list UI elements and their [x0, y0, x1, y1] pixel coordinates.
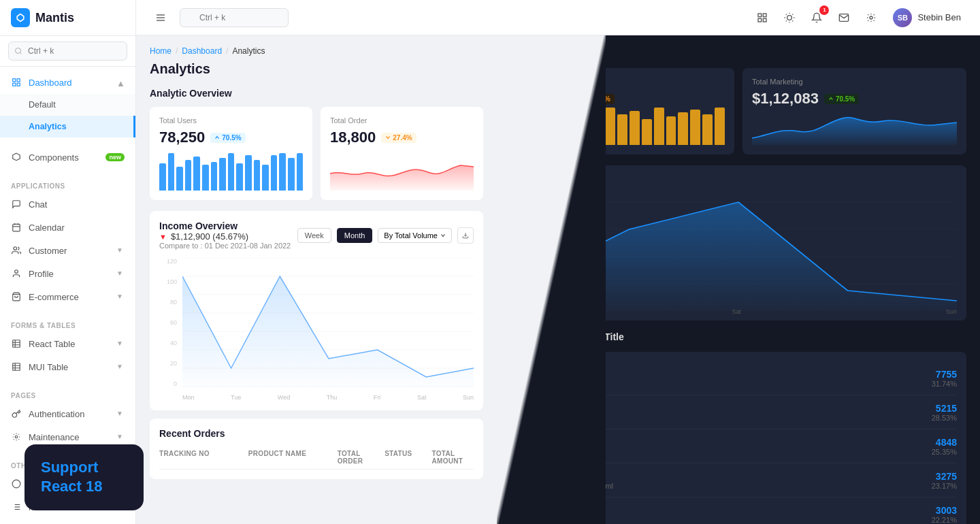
applications-label: Applications — [0, 177, 135, 193]
react-table-chevron: ▼ — [116, 340, 125, 348]
income-overview-card: Income Overview ▼ $1,12,900 (45.67%) Com… — [150, 211, 483, 410]
pv-path: /demo/admin/forms.html — [520, 414, 932, 422]
recent-orders-title: Recent Orders — [159, 428, 474, 439]
sidebar-item-dashboard[interactable]: Dashboard ▲ — [0, 71, 135, 94]
month-button[interactable]: Month — [337, 228, 373, 243]
sidebar-item-default[interactable]: Default — [0, 94, 135, 116]
pages-label: Pages — [0, 387, 135, 402]
svg-rect-11 — [13, 340, 20, 348]
header-search-input[interactable] — [180, 8, 289, 27]
search-input[interactable] — [8, 42, 127, 61]
bar — [245, 155, 252, 191]
pv-count: 5215 — [932, 403, 957, 414]
svg-point-37 — [870, 16, 872, 19]
support-popup[interactable]: Support React 18 — [24, 444, 144, 510]
pv-title: Form Elements — [520, 402, 932, 412]
page-view-item: Admin Home /demo/admin/index.html 7755 3… — [520, 361, 957, 395]
income-line-svg — [182, 258, 474, 387]
sidebar-item-customer[interactable]: Customer ▼ — [0, 239, 135, 262]
notification-wrap: 1 — [806, 7, 828, 29]
ecommerce-chevron: ▼ — [116, 293, 125, 301]
ecommerce-label: E-commerce — [29, 292, 79, 302]
light-panel: Home / Dashboard / Analytics Analytics A… — [136, 35, 497, 524]
theme-button[interactable] — [779, 7, 800, 29]
analytic-overview-title: Analytic Overview — [150, 88, 483, 99]
customer-icon — [11, 245, 22, 256]
settings-button[interactable] — [860, 7, 882, 29]
components-badge: new — [105, 153, 125, 161]
bar — [690, 110, 700, 145]
support-text: Support React 18 — [41, 458, 127, 497]
pv-right: 3003 22.21% — [932, 505, 957, 524]
svg-rect-12 — [13, 363, 20, 371]
bar — [666, 116, 676, 145]
pv-path: /demo/admin/util.html — [520, 448, 932, 456]
dark-income-chart: Fri Sat Sun — [510, 165, 966, 321]
pv-right: 5215 28.53% — [932, 403, 957, 422]
sidebar-item-profile[interactable]: Profile ▼ — [0, 262, 135, 285]
sidebar-item-react-table[interactable]: React Table ▼ — [0, 332, 135, 355]
col-product: PRODUCT NAME — [248, 450, 332, 465]
svg-line-35 — [786, 20, 787, 21]
week-button[interactable]: Week — [297, 228, 331, 243]
sidebar-item-components[interactable]: Components new — [0, 146, 135, 169]
user-menu[interactable]: SB Stebin Ben — [887, 5, 966, 30]
svg-rect-2 — [13, 83, 16, 86]
page-views-title: Page Views by Page Title — [510, 331, 966, 342]
breadcrumb-sep2: / — [226, 46, 228, 56]
order-label: Total Order — [330, 116, 474, 125]
bar — [544, 108, 555, 145]
pv-title: Modals — [520, 504, 932, 514]
svg-rect-1 — [17, 79, 20, 82]
apps-button[interactable] — [751, 7, 773, 29]
react-table-label: React Table — [29, 339, 75, 349]
marketing-label: Total Marketing — [752, 78, 957, 86]
pv-title: Utilities — [520, 436, 932, 446]
svg-rect-24 — [758, 14, 762, 17]
svg-rect-25 — [764, 14, 767, 17]
breadcrumb-dashboard[interactable]: Dashboard — [182, 46, 222, 56]
ecommerce-icon — [11, 291, 22, 302]
sales-label: Total Sales — [520, 78, 725, 86]
bar — [593, 121, 603, 145]
breadcrumb-home[interactable]: Home — [150, 46, 172, 56]
profile-label: Profile — [29, 269, 54, 279]
income-title: Income Overview — [159, 220, 291, 231]
sidebar-logo[interactable]: Mantis — [0, 0, 135, 36]
income-chart: 120 100 80 60 40 20 0 — [159, 258, 474, 401]
breadcrumb-current: Analytics — [232, 46, 265, 56]
sidebar-item-authentication[interactable]: Authentication ▼ — [0, 402, 135, 425]
forms-label: Forms & Tables — [0, 316, 135, 332]
sidebar-item-ecommerce[interactable]: E-commerce ▼ — [0, 285, 135, 308]
page-view-item: Form Validation /demo/admin/validation.h… — [520, 463, 957, 497]
sidebar-item-mui-table[interactable]: MUI Table ▼ — [0, 355, 135, 378]
analytics-label: Analytics — [29, 122, 67, 131]
volume-select[interactable]: By Total Volume — [378, 228, 452, 243]
sidebar-item-chat[interactable]: Chat — [0, 193, 135, 216]
username-label: Stebin Ben — [917, 12, 961, 22]
col-status: STATUS — [385, 450, 426, 465]
dark-spacer — [510, 46, 966, 68]
pv-path: /demo/admin/validation.html — [520, 482, 932, 490]
auth-label: Authentication — [29, 409, 84, 419]
nav-section-dashboard: Dashboard ▲ Default Analytics — [0, 67, 135, 142]
svg-point-9 — [15, 270, 18, 274]
support-line2: React 18 — [41, 477, 127, 497]
income-header: Income Overview ▼ $1,12,900 (45.67%) Com… — [159, 220, 474, 250]
bar — [642, 119, 652, 145]
sidebar-item-analytics[interactable]: Analytics — [0, 116, 135, 137]
menu-toggle-button[interactable] — [150, 7, 172, 29]
pv-path: /demo/admin/index.html — [520, 380, 932, 388]
bar — [654, 108, 664, 145]
profile-chevron: ▼ — [116, 269, 125, 278]
dark-stat-card-marketing: Total Marketing $1,12,083 70.5% — [742, 68, 966, 154]
message-button[interactable] — [833, 7, 855, 29]
mui-table-icon — [11, 361, 22, 372]
main-container: 1 SB Stebin Ben Home / Dashboard / A — [136, 0, 980, 524]
sidebar-item-calendar[interactable]: Calendar — [0, 216, 135, 239]
download-button[interactable] — [457, 227, 474, 244]
pv-right: 7755 31.74% — [932, 369, 957, 388]
mui-table-chevron: ▼ — [116, 363, 125, 371]
users-badge: 70.5% — [210, 133, 245, 143]
pv-left: Utilities /demo/admin/util.html — [520, 436, 932, 456]
